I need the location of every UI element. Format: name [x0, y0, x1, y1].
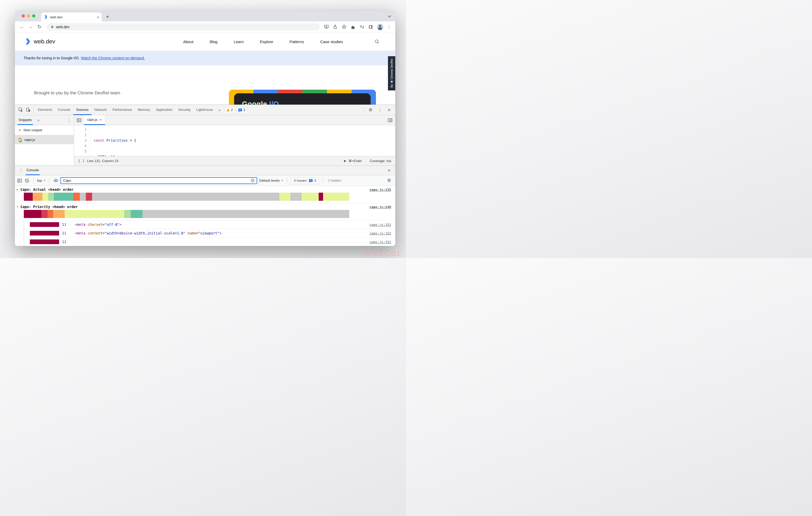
- tab-performance[interactable]: Performance: [110, 105, 135, 115]
- expand-caret-icon[interactable]: ▶: [17, 188, 18, 191]
- tab-network[interactable]: Network: [92, 105, 110, 115]
- site-header: web.dev About Blog Learn Explore Pattern…: [15, 32, 395, 51]
- site-brand[interactable]: web.dev: [24, 38, 55, 45]
- source-link[interactable]: capo.js:135: [369, 188, 391, 192]
- collapse-caret-icon[interactable]: ▼: [17, 206, 18, 208]
- nav-about[interactable]: About: [183, 39, 193, 44]
- io-card-inner: Google I/O: [234, 93, 371, 104]
- more-tabs-chevron[interactable]: »: [216, 108, 223, 112]
- console-message-meta-charset[interactable]: 11 <meta charset="utf-8"> capo.js:152: [24, 220, 395, 229]
- console-message-priority-order[interactable]: ▼ Capo: Priority <head> order capo.js:14…: [15, 203, 395, 220]
- new-tab-button[interactable]: +: [104, 13, 111, 20]
- tab-close-icon[interactable]: ×: [97, 15, 99, 19]
- google-io-card: Google I/O: [229, 90, 376, 104]
- clear-console-icon[interactable]: [24, 178, 30, 183]
- nav-blog[interactable]: Blog: [209, 39, 218, 44]
- message-text: Capo: Priority <head> order: [21, 205, 78, 209]
- tab-memory[interactable]: Memory: [135, 105, 153, 115]
- tab-snippets[interactable]: Snippets: [18, 115, 33, 125]
- nav-case-studies[interactable]: Case studies: [320, 39, 343, 44]
- devtools-close-icon[interactable]: ×: [385, 107, 393, 113]
- drawer-close-icon[interactable]: ×: [385, 168, 393, 173]
- share-icon[interactable]: [332, 24, 338, 30]
- console-message-meta-viewport[interactable]: 11 <meta content="width=device-width,ini…: [24, 229, 395, 238]
- forward-button[interactable]: →: [27, 24, 34, 30]
- side-panel-icon[interactable]: [368, 24, 373, 30]
- media-controls-icon[interactable]: [359, 24, 365, 30]
- browser-tab[interactable]: web.dev ×: [41, 12, 102, 22]
- drawer-tab-console[interactable]: Console: [26, 166, 40, 175]
- reload-button[interactable]: ↻: [36, 24, 43, 30]
- tab-security[interactable]: Security: [175, 105, 193, 115]
- editor-tab-capo[interactable]: capo.js ×: [84, 115, 105, 125]
- editor-tab-close-icon[interactable]: ×: [100, 118, 102, 122]
- code-editor[interactable]: 1 2 3 4 5 const Priorities = { META: 10,…: [74, 125, 395, 156]
- tab-console[interactable]: Console: [55, 105, 73, 115]
- sidebar-more-tabs-chevron[interactable]: »: [38, 118, 39, 122]
- tab-application[interactable]: Application: [153, 105, 176, 115]
- issues-bubble-icon: [309, 179, 313, 182]
- snippet-item-capo[interactable]: capo.js: [15, 135, 74, 144]
- devtools-panel: Elements Console Sources Network Perform…: [15, 104, 395, 246]
- back-button[interactable]: ←: [18, 24, 25, 30]
- inspect-element-icon[interactable]: [18, 108, 23, 113]
- device-toolbar-icon[interactable]: [25, 108, 31, 113]
- extensions-icon[interactable]: [350, 24, 355, 30]
- hidden-messages-count: 2 hidden: [328, 179, 341, 182]
- banner-link[interactable]: Watch the Chrome content on-demand.: [81, 56, 145, 60]
- code-lines: const Priorities = { META: 10, TITLE: 9,…: [90, 125, 136, 156]
- code-line: META: 10,: [94, 154, 136, 156]
- devtools-menu-kebab-icon[interactable]: ⋮: [376, 108, 384, 113]
- devrel-ribbon[interactable]: By Chrome DevRel: [388, 56, 395, 90]
- tab-lighthouse[interactable]: Lighthouse: [193, 105, 216, 115]
- tab-elements[interactable]: Elements: [35, 105, 55, 115]
- run-snippet-icon[interactable]: ▶: [344, 159, 346, 162]
- bookmark-star-icon[interactable]: [341, 24, 347, 30]
- sidebar-kebab-icon[interactable]: ⋮: [67, 118, 71, 123]
- install-icon[interactable]: [324, 24, 329, 30]
- console-filter-input[interactable]: Capo ×: [60, 177, 257, 184]
- close-window-button[interactable]: [22, 14, 25, 18]
- tab-sources[interactable]: Sources: [73, 105, 92, 115]
- hide-navigator-icon[interactable]: [74, 115, 84, 125]
- source-link[interactable]: capo.js:148: [369, 205, 391, 209]
- banner-text: Thanks for tuning in to Google I/O.: [24, 56, 80, 60]
- tab-search-chevron-icon[interactable]: [388, 14, 391, 18]
- message-text: Capo: Actual <head> order: [21, 187, 74, 192]
- address-bar[interactable]: web.dev: [47, 23, 320, 31]
- nav-explore[interactable]: Explore: [260, 39, 273, 44]
- console-sidebar-toggle-icon[interactable]: [17, 178, 22, 183]
- console-settings-gear-icon[interactable]: ⚙: [385, 178, 393, 183]
- pretty-print-icon[interactable]: { }: [78, 159, 84, 163]
- clear-filter-icon[interactable]: ×: [251, 179, 255, 182]
- profile-avatar[interactable]: [377, 24, 383, 30]
- issues-button[interactable]: 3 Issues: 3: [291, 177, 319, 184]
- nav-learn[interactable]: Learn: [234, 39, 243, 44]
- live-expression-eye-icon[interactable]: [53, 178, 58, 183]
- source-link[interactable]: capo.js:152: [369, 231, 391, 235]
- message-markup: <meta content="width=device-width,initia…: [75, 231, 222, 235]
- log-levels-dropdown[interactable]: Default levels▼: [259, 179, 283, 182]
- zoom-window-button[interactable]: [32, 14, 35, 18]
- context-selector[interactable]: top▼: [37, 179, 46, 182]
- drawer-kebab-icon[interactable]: ⋮: [18, 168, 26, 173]
- hero-tagline: Brought to you by the Chrome DevRel team: [34, 90, 120, 96]
- warnings-badge[interactable]: 2: [225, 107, 235, 113]
- minimize-window-button[interactable]: [27, 14, 30, 18]
- new-snippet-button[interactable]: + New snippet: [15, 125, 74, 135]
- snippet-file-icon: [19, 138, 22, 142]
- browser-menu-kebab-icon[interactable]: ⋮: [387, 24, 391, 29]
- devtools-toolbar-right: ⚙ ⋮ ×: [362, 107, 393, 113]
- nav-patterns[interactable]: Patterns: [289, 39, 304, 44]
- actual-head-order-bar: [24, 193, 349, 201]
- issues-badge[interactable]: 3: [236, 107, 247, 113]
- site-search-icon[interactable]: [374, 39, 380, 44]
- console-message-actual-order[interactable]: ▶ Capo: Actual <head> order capo.js:135: [15, 186, 395, 203]
- source-link[interactable]: capo.js:152: [369, 223, 391, 226]
- source-link[interactable]: capo.js:152: [369, 240, 391, 244]
- devtools-settings-gear-icon[interactable]: ⚙: [367, 107, 375, 113]
- console-message-clipped[interactable]: 11 capo.js:152: [24, 238, 395, 246]
- console-drawer: ⋮ Console × top▼ Capo × Default levels▼ …: [15, 165, 395, 246]
- editor-status-bar: { } Line 131, Column 23 ▶ ⌘+Enter Covera…: [74, 156, 395, 165]
- show-right-sidebar-icon[interactable]: [385, 115, 395, 125]
